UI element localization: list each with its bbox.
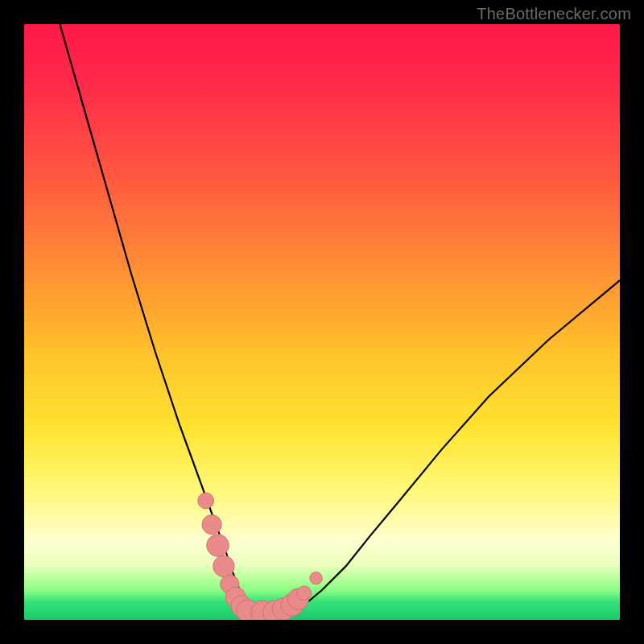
curve-marker	[198, 493, 214, 509]
curve-layer	[24, 24, 620, 620]
plot-area	[24, 24, 620, 620]
bottleneck-curve	[60, 24, 620, 613]
watermark-text: TheBottlenecker.com	[477, 5, 631, 23]
chart-frame: TheBottlenecker.com	[0, 0, 644, 644]
curve-marker	[207, 535, 229, 557]
curve-markers	[198, 493, 322, 620]
curve-marker	[202, 515, 221, 535]
curve-marker	[297, 586, 312, 601]
curve-marker	[213, 555, 234, 576]
curve-marker	[310, 572, 322, 584]
